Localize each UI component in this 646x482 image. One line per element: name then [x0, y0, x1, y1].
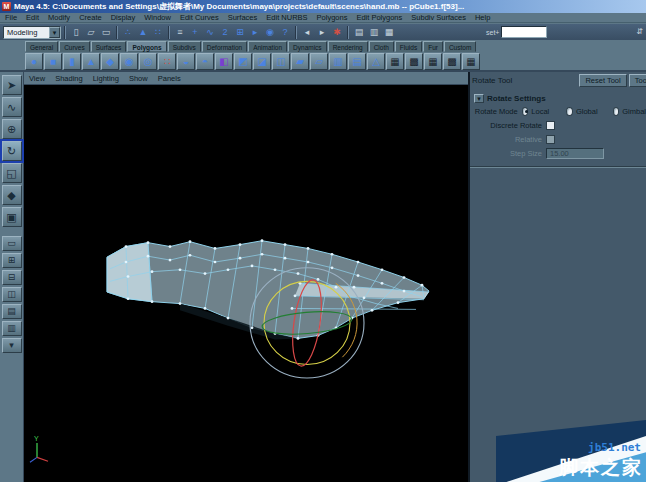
rotate-tool-button[interactable]: ↻	[2, 141, 22, 161]
select-component-icon[interactable]: ∷	[151, 25, 165, 39]
shelf-tab[interactable]: Fur	[423, 41, 443, 52]
uv-snapshot-icon[interactable]: ▦	[462, 53, 480, 70]
menu-item[interactable]: Surfaces	[228, 13, 258, 22]
select-tool-button[interactable]: ➤	[2, 75, 22, 95]
uv-checker-icon[interactable]: ▩	[405, 53, 423, 70]
uv-checker-icon[interactable]: ▩	[443, 53, 461, 70]
help-mode-icon[interactable]: ?	[278, 25, 292, 39]
render-current-frame-icon[interactable]: ▤	[352, 25, 366, 39]
radio-gimbal[interactable]	[613, 107, 620, 116]
layout-outliner-persp-icon[interactable]: ◫	[2, 287, 22, 302]
viewport-menu-item[interactable]: Shading	[55, 74, 83, 83]
viewport-menu-item[interactable]: Show	[129, 74, 148, 83]
bevel-icon[interactable]: △	[367, 53, 385, 70]
make-live-icon[interactable]: ▸	[248, 25, 262, 39]
viewport-menu-item[interactable]: Panels	[158, 74, 181, 83]
split-edge-ring-icon[interactable]: ▤	[348, 53, 366, 70]
append-polygon-icon[interactable]: ▰	[291, 53, 309, 70]
rotate-settings-section-header[interactable]: ▼ Rotate Settings	[474, 94, 646, 103]
extrude-face-icon[interactable]: ◩	[234, 53, 252, 70]
sphere-projection-icon[interactable]: ◒	[177, 53, 195, 70]
menu-item[interactable]: Edit Curves	[180, 13, 219, 22]
menu-item[interactable]: Edit Polygons	[356, 13, 402, 22]
menu-item[interactable]: Edit	[26, 13, 39, 22]
cube-mapping-icon[interactable]: ◧	[215, 53, 233, 70]
title-bar[interactable]: M Maya 4.5: C:\Documents and Settings\虚拟…	[0, 0, 646, 13]
input-connections-icon[interactable]: ◂	[300, 25, 314, 39]
menu-item[interactable]: Modify	[48, 13, 70, 22]
collapse-arrow-icon[interactable]: ▼	[474, 94, 484, 103]
poly-cube-icon[interactable]: ■	[44, 53, 62, 70]
combine-poly-icon[interactable]: ▱	[310, 53, 328, 70]
shelf-tab[interactable]: Subdivs	[168, 41, 201, 52]
shelf-tab[interactable]: Animation	[248, 41, 287, 52]
poly-cylinder-icon[interactable]: ▮	[63, 53, 81, 70]
uv-checker-icon[interactable]: ▦	[386, 53, 404, 70]
construction-history-icon[interactable]: ✱	[330, 25, 344, 39]
layout-four-pane-icon[interactable]: ⊞	[2, 253, 22, 268]
numeric-input-field[interactable]	[501, 26, 547, 38]
menu-item[interactable]: Display	[111, 13, 136, 22]
move-tool-button[interactable]: ⊕	[2, 119, 22, 139]
select-hierarchy-icon[interactable]: ∴	[121, 25, 135, 39]
select-object-icon[interactable]: ▲	[136, 25, 150, 39]
extrude-edge-icon[interactable]: ◪	[253, 53, 271, 70]
radio-local[interactable]	[522, 107, 529, 116]
layout-more-icon[interactable]: ▾	[2, 338, 22, 353]
poly-sphere-icon[interactable]: ●	[25, 53, 43, 70]
menu-item[interactable]: Create	[79, 13, 102, 22]
uv-checker-icon[interactable]: ▦	[424, 53, 442, 70]
smooth-poly-icon[interactable]: ◎	[139, 53, 157, 70]
output-connections-icon[interactable]: ▸	[315, 25, 329, 39]
layout-hypergraph-icon[interactable]: ▤	[2, 304, 22, 319]
menu-item[interactable]: Polygons	[317, 13, 348, 22]
shelf-tab[interactable]: Cloth	[369, 41, 394, 52]
menu-item[interactable]: Edit NURBS	[266, 13, 307, 22]
menu-item[interactable]: Window	[144, 13, 171, 22]
open-scene-icon[interactable]: ▱	[84, 25, 98, 39]
menu-item[interactable]: Help	[475, 13, 490, 22]
shelf-tab[interactable]: Deformation	[202, 41, 247, 52]
menu-item[interactable]: Subdiv Surfaces	[411, 13, 466, 22]
viewport-canvas[interactable]: Y	[24, 85, 468, 482]
shelf-tab[interactable]: General	[25, 41, 58, 52]
snap-plane-icon[interactable]: 2	[218, 25, 232, 39]
hand-mesh-model[interactable]	[107, 239, 429, 339]
viewport-menu-item[interactable]: View	[29, 74, 45, 83]
poly-cone-icon[interactable]: ▲	[82, 53, 100, 70]
shelf-tab[interactable]: Dynamics	[288, 41, 327, 52]
chevron-down-icon[interactable]: ▾	[49, 27, 60, 38]
scale-tool-button[interactable]: ◱	[2, 163, 22, 183]
shelf-tab[interactable]: Custom	[444, 41, 476, 52]
render-globals-icon[interactable]: ▦	[382, 25, 396, 39]
ui-toggle-icon[interactable]: ⇵	[636, 27, 643, 36]
snap-view-icon[interactable]: ⊞	[233, 25, 247, 39]
live-surface-icon[interactable]: ◉	[263, 25, 277, 39]
poly-torus-icon[interactable]: ◉	[120, 53, 138, 70]
reset-tool-button[interactable]: Reset Tool	[579, 74, 626, 87]
menu-item[interactable]: File	[5, 13, 17, 22]
viewport-menu-item[interactable]: Lighting	[93, 74, 119, 83]
poly-plane-icon[interactable]: ◆	[101, 53, 119, 70]
cylinder-projection-icon[interactable]: ◓	[196, 53, 214, 70]
lasso-select-tool-button[interactable]: ∿	[2, 97, 22, 117]
split-polygon-icon[interactable]: ◫	[272, 53, 290, 70]
shelf-tab[interactable]: Polygons	[127, 41, 166, 52]
layout-persp-graph-icon[interactable]: ▥	[2, 321, 22, 336]
last-tool-button[interactable]: ▣	[2, 207, 22, 227]
new-scene-icon[interactable]: ▯	[69, 25, 83, 39]
subdiv-proxy-icon[interactable]: ∷	[158, 53, 176, 70]
layout-two-pane-icon[interactable]: ⊟	[2, 270, 22, 285]
save-scene-icon[interactable]: ▭	[99, 25, 113, 39]
show-manipulator-tool-button[interactable]: ◆	[2, 185, 22, 205]
snap-curve-icon[interactable]: +	[188, 25, 202, 39]
snap-point-icon[interactable]: ∿	[203, 25, 217, 39]
menu-set-selector[interactable]: Modeling ▾	[3, 26, 61, 39]
ipr-render-icon[interactable]: ▥	[367, 25, 381, 39]
discrete-rotate-checkbox[interactable]	[546, 121, 555, 130]
radio-global[interactable]	[566, 107, 573, 116]
shelf-tab[interactable]: Rendering	[328, 41, 368, 52]
tool-help-button[interactable]: Tool Help	[629, 74, 646, 87]
shelf-tab[interactable]: Surfaces	[91, 41, 127, 52]
merge-vertices-icon[interactable]: ▥	[329, 53, 347, 70]
